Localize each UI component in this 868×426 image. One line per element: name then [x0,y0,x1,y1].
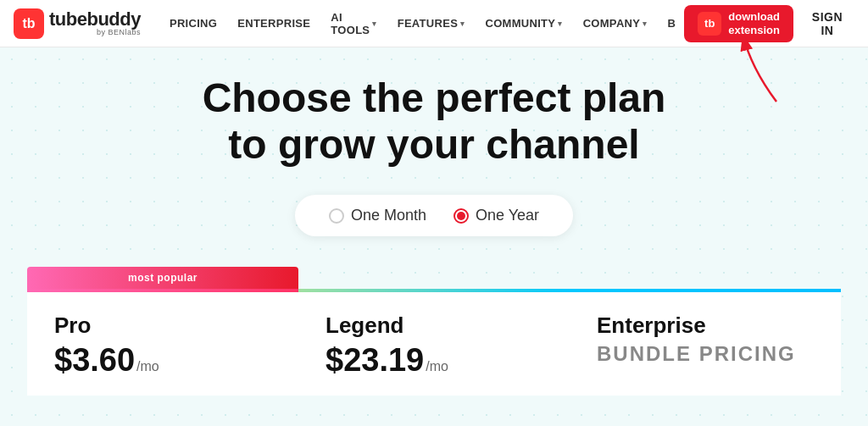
nav-pricing[interactable]: PRICING [161,10,225,36]
pro-card-price: $3.60 /mo [54,342,271,379]
legend-card-price: $23.19 /mo [326,342,542,379]
one-month-radio[interactable] [329,208,344,224]
enterprise-card: Enterprise BUNDLE PRICING [570,289,841,396]
logo-sub-text: by BENlabs [49,29,141,36]
logo[interactable]: tb tubebuddy by BENlabs [14,8,141,39]
hero-title: Choose the perfect plan to grow your cha… [203,75,666,168]
logo-main-text: tubebuddy [49,10,141,29]
nav-links: PRICING ENTERPRISE AI TOOLS ▾ FEATURES ▾… [161,4,684,43]
one-year-radio[interactable] [453,208,469,224]
legend-card: Legend $23.19 /mo [298,289,570,396]
logo-text: tubebuddy by BENlabs [49,10,141,36]
legend-card-title: Legend [326,313,542,339]
nav-company[interactable]: COMPANY ▾ [575,10,656,36]
logo-icon: tb [14,8,44,39]
billing-toggle: One Month One Year [295,195,573,236]
one-year-label: One Year [476,207,539,224]
one-month-label: One Month [351,207,426,224]
most-popular-badge: most popular [27,267,298,289]
download-button-label: download extension [728,10,780,36]
download-icon: tb [698,12,721,36]
nav-aitools[interactable]: AI TOOLS ▾ [322,4,385,43]
enterprise-card-title: Enterprise [597,313,814,339]
community-chevron-icon: ▾ [558,19,562,28]
aitools-chevron-icon: ▾ [372,19,376,28]
pro-price-period: /mo [136,359,159,374]
one-month-option[interactable]: One Month [329,207,426,224]
nav-community[interactable]: COMMUNITY ▾ [476,10,570,36]
one-year-option[interactable]: One Year [453,207,539,224]
pricing-cards: most popular Pro $3.60 /mo Legend $23.19… [27,263,841,396]
pro-card: most popular Pro $3.60 /mo [27,289,298,396]
enterprise-bundle-label: BUNDLE PRICING [597,342,796,366]
navbar: tb tubebuddy by BENlabs PRICING ENTERPRI… [0,0,868,47]
enterprise-card-price: BUNDLE PRICING [597,342,814,366]
download-extension-button[interactable]: tb download extension [684,5,793,42]
pro-price-amount: $3.60 [54,342,135,379]
legend-price-period: /mo [426,359,448,374]
nav-blog[interactable]: B [659,10,685,36]
main-content: Choose the perfect plan to grow your cha… [0,47,868,396]
features-chevron-icon: ▾ [460,19,465,28]
company-chevron-icon: ▾ [643,19,647,28]
pro-card-title: Pro [54,313,271,339]
nav-features[interactable]: FEATURES ▾ [389,10,474,36]
signin-button[interactable]: SIGN IN [800,3,854,44]
nav-actions: tb download extension SIGN IN [684,3,854,44]
legend-price-amount: $23.19 [326,342,424,379]
nav-enterprise[interactable]: ENTERPRISE [229,10,319,36]
